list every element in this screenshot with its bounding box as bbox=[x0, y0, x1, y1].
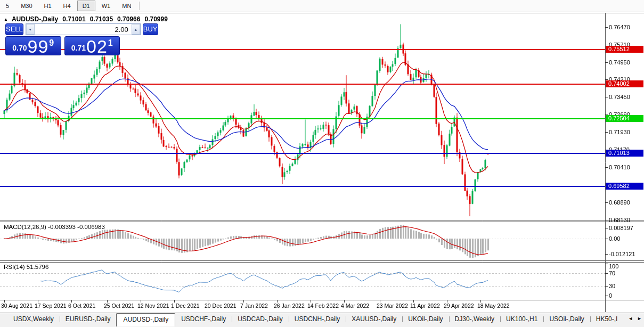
tab-hk50-i[interactable]: HK50-,I bbox=[590, 314, 624, 324]
tab-eurusd-daily[interactable]: EURUSD-,Daily bbox=[60, 314, 117, 324]
tab-usdx-weekly[interactable]: USDX,Weekly bbox=[7, 314, 60, 324]
chart-tab-bar: USDX,WeeklyEURUSD-,DailyAUDUSD-,DailyUSD… bbox=[0, 313, 644, 327]
tab-dj30-weekly[interactable]: DJ30-,Weekly bbox=[449, 314, 500, 324]
sell-price-big: 99 bbox=[28, 39, 49, 54]
tab-scroll-left-icon[interactable]: ◄ bbox=[628, 316, 633, 321]
timeframe-button-m30[interactable]: M30 bbox=[15, 1, 37, 11]
buy-price-big: 02 bbox=[86, 39, 108, 54]
timeframe-button-5[interactable]: 5 bbox=[1, 1, 14, 11]
timeframe-button-mn[interactable]: MN bbox=[117, 1, 136, 11]
timeframe-button-h4[interactable]: H4 bbox=[58, 1, 76, 11]
tab-usdcad-daily[interactable]: USDCAD-,Daily bbox=[232, 314, 289, 324]
tab-audusd-daily[interactable]: AUDUSD-,Daily bbox=[116, 313, 175, 326]
tab-scroll-right-icon[interactable]: ► bbox=[637, 316, 642, 321]
tab-ukoil-daily[interactable]: UKOil-,Daily bbox=[402, 314, 449, 324]
buy-price-prefix: 0.71 bbox=[71, 44, 86, 52]
tab-usdchf-daily[interactable]: USDCHF-,Daily bbox=[175, 314, 232, 324]
timeframe-button-h1[interactable]: H1 bbox=[39, 1, 57, 11]
sell-price-prefix: 0.70 bbox=[12, 44, 27, 52]
buy-price-button[interactable]: 0.71 02 1 bbox=[64, 36, 120, 55]
buy-button[interactable]: BUY bbox=[143, 23, 158, 35]
timeframe-button-d1[interactable]: D1 bbox=[77, 1, 95, 11]
toolbar-separator bbox=[139, 2, 140, 10]
sell-price-button[interactable]: 0.70 99 9 bbox=[5, 36, 61, 55]
sell-price-sup: 9 bbox=[49, 38, 54, 48]
tab-scroll-controls: ◄ ► bbox=[628, 316, 642, 321]
timeframe-button-w1[interactable]: W1 bbox=[96, 1, 116, 11]
volume-spinner: ▼ ▲ bbox=[26, 23, 141, 35]
volume-input[interactable] bbox=[35, 24, 132, 35]
timeframe-toolbar: 5M30H1H4D1W1MN bbox=[0, 0, 644, 12]
sell-button[interactable]: SELL bbox=[5, 23, 23, 35]
buy-price-sup: 1 bbox=[108, 38, 113, 48]
tab-uk100-h1[interactable]: UK100-,H1 bbox=[500, 314, 543, 324]
one-click-trade-panel: SELL ▼ ▲ BUY 0.70 99 9 0.71 02 1 bbox=[5, 23, 120, 55]
volume-increase-icon[interactable]: ▲ bbox=[132, 24, 140, 35]
tab-usoil-daily[interactable]: USOil-,Daily bbox=[543, 314, 590, 324]
tab-usdcnh-daily[interactable]: USDCNH-,Daily bbox=[289, 314, 346, 324]
tab-xauusd-daily[interactable]: XAUUSD-,Daily bbox=[346, 314, 402, 324]
volume-decrease-icon[interactable]: ▼ bbox=[26, 24, 35, 35]
